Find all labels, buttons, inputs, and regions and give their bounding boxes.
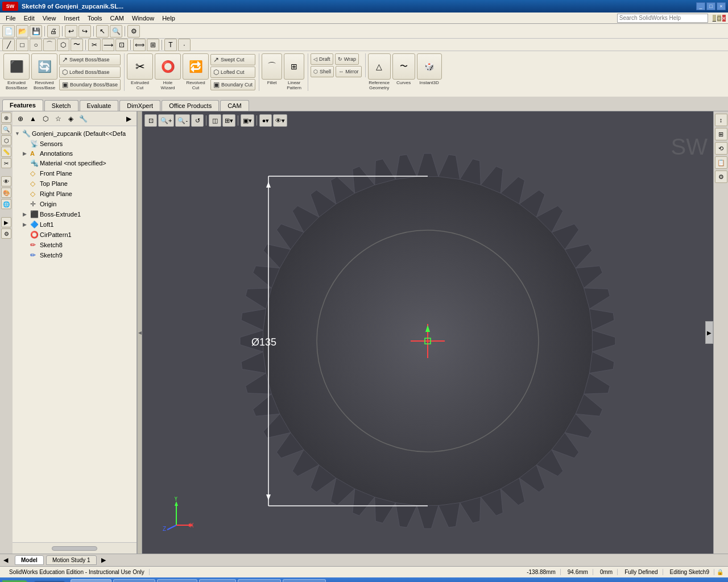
reference-geometry-button[interactable]: △ [368, 53, 391, 80]
relation-tool[interactable]: ⊞ [147, 39, 159, 51]
swept-boss-base-button[interactable]: ↗ Swept Boss/Base [59, 54, 121, 65]
viewport[interactable]: ⊡ 🔍+ 🔍- ↺ ◫ ⊞▾ ▣▾ ●▾ 👁▾ [142, 111, 713, 554]
text-tool[interactable]: T [164, 39, 177, 51]
tree-item-root[interactable]: ▼ 🔧 Gonjeni_zupcanik (Default<<Defa [13, 128, 136, 139]
taskbar-pog20[interactable]: 📄 Pog_20... [283, 579, 326, 582]
menu-insert[interactable]: Insert [60, 14, 83, 23]
menu-view[interactable]: View [39, 14, 60, 23]
collapse-handle[interactable]: ◀ [138, 111, 142, 554]
filter-button[interactable]: ⊕ [1, 113, 11, 123]
tree-item-sketch8[interactable]: ✏ Sketch8 [13, 240, 136, 250]
close-button[interactable]: × [717, 2, 726, 10]
redo-button[interactable]: ↪ [78, 25, 91, 38]
shell-button[interactable]: ⬡ Shell [311, 66, 334, 77]
menu-tools[interactable]: Tools [84, 14, 106, 23]
arc-tool[interactable]: ⌒ [43, 39, 56, 51]
scroll-right[interactable]: ▶ [101, 556, 106, 564]
extruded-cut-button[interactable]: ✂ [127, 53, 153, 80]
sim-button[interactable]: ⚙ [1, 228, 11, 239]
display-style-button[interactable]: ▣▾ [241, 114, 254, 127]
sidebar-history-btn[interactable]: ▲ [27, 113, 39, 124]
sidebar-display-btn[interactable]: ◈ [65, 113, 76, 124]
options-button[interactable]: ⚙ [127, 25, 140, 38]
rp-btn-1[interactable]: ↕ [715, 114, 727, 126]
appearance-button[interactable]: ●▾ [259, 114, 272, 127]
extend-tool[interactable]: ⟶ [102, 39, 114, 51]
curves-button[interactable]: 〜 [392, 53, 415, 80]
select-button[interactable]: ↖ [96, 25, 109, 38]
sidebar-scrollbar[interactable] [13, 542, 136, 554]
sidebar-search-btn[interactable]: ☆ [52, 113, 64, 124]
tree-item-cirpattern1[interactable]: ⭕ CirPattern1 [13, 230, 136, 240]
fillet-button[interactable]: ⌒ [262, 53, 282, 80]
menu-edit[interactable]: Edit [20, 14, 38, 23]
tree-item-right-plane[interactable]: ◇ Right Plane [13, 189, 136, 199]
draft-button[interactable]: ◁ Draft [311, 53, 333, 65]
save-button[interactable]: 💾 [30, 25, 42, 38]
line-tool[interactable]: ╱ [2, 39, 15, 51]
lofted-cut-button[interactable]: ⬡ Lofted Cut [210, 66, 255, 78]
view-orientation-button[interactable]: ⊞▾ [222, 114, 235, 127]
print-button[interactable]: 🖨 [47, 25, 60, 38]
open-button[interactable]: 📂 [16, 25, 28, 38]
tree-item-sensors[interactable]: 📡 Sensors [13, 139, 136, 149]
polygon-tool[interactable]: ⬡ [57, 39, 69, 51]
menu-cam[interactable]: CAM [107, 14, 127, 23]
extruded-boss-base-button[interactable]: ⬛ [3, 53, 30, 80]
section-button[interactable]: ✂ [1, 158, 11, 168]
tree-item-front-plane[interactable]: ◇ Front Plane [13, 168, 136, 178]
circle-tool[interactable]: ○ [30, 39, 42, 51]
tab-model[interactable]: Model [15, 555, 44, 565]
menu-help[interactable]: Help [159, 14, 179, 23]
tree-item-boss-extrude1[interactable]: ▶ ⬛ Boss-Extrude1 [13, 209, 136, 219]
tab-motion-study[interactable]: Motion Study 1 [46, 555, 97, 565]
zoom-to-fit-button[interactable]: ⊡ [144, 114, 157, 127]
tree-item-origin[interactable]: ✛ Origin [13, 199, 136, 209]
rp-btn-2[interactable]: ⊞ [715, 128, 727, 140]
maximize-button[interactable]: □ [706, 2, 715, 10]
rectangle-tool[interactable]: □ [16, 39, 28, 51]
menu-file[interactable]: File [2, 14, 19, 23]
tree-item-top-plane[interactable]: ◇ Top Plane [13, 178, 136, 189]
minimize-button[interactable]: _ [696, 2, 705, 10]
measure-button[interactable]: 📏 [1, 147, 11, 157]
new-button[interactable]: 📄 [2, 25, 15, 38]
spline-tool[interactable]: 〜 [71, 39, 83, 51]
trim-tool[interactable]: ✂ [88, 39, 101, 51]
linear-pattern-button[interactable]: ⊞ [284, 53, 304, 80]
dimension-tool[interactable]: ⟺ [133, 39, 146, 51]
viewport-expand-button[interactable]: ▶ [705, 321, 713, 344]
display-button[interactable]: 👁 [1, 176, 11, 186]
swept-cut-button[interactable]: ↗ Swept Cut [210, 54, 255, 65]
point-tool[interactable]: · [178, 39, 191, 51]
app-minimize[interactable]: _ [713, 15, 716, 22]
lofted-boss-base-button[interactable]: ⬡ Lofted Boss/Base [59, 66, 121, 78]
app-close[interactable]: × [722, 15, 726, 22]
sidebar-filter-btn[interactable]: ⊕ [15, 113, 26, 124]
taskbar-hacnoe[interactable]: 🌐 Hacnoe... [238, 579, 281, 582]
tab-cam[interactable]: CAM [220, 100, 249, 111]
tree-item-annotations[interactable]: ▶ A Annotations [13, 149, 136, 158]
scroll-left[interactable]: ◀ [3, 556, 8, 564]
rotate-button[interactable]: ↺ [191, 114, 204, 127]
revolved-boss-base-button[interactable]: 🔄 [31, 53, 57, 80]
tab-office-products[interactable]: Office Products [162, 100, 219, 111]
tab-dimxpert[interactable]: DimXpert [119, 100, 160, 111]
boundary-boss-base-button[interactable]: ▣ Boundary Boss/Base [59, 79, 121, 90]
undo-button[interactable]: ↩ [65, 25, 77, 38]
tree-item-sketch9[interactable]: ✏ Sketch9 [13, 250, 136, 260]
wrap-button[interactable]: ↻ Wrap [335, 53, 359, 65]
revolved-cut-button[interactable]: 🔁 [183, 53, 209, 80]
zoom-button[interactable]: 🔍 [110, 25, 122, 38]
sidebar-config-btn[interactable]: 🔧 [77, 113, 89, 124]
zoom-in-button[interactable]: 🔍+ [158, 114, 174, 127]
menu-window[interactable]: Window [129, 14, 158, 23]
tab-sketch[interactable]: Sketch [44, 100, 78, 111]
section-view-button[interactable]: ◫ [209, 114, 221, 127]
tree-item-loft1[interactable]: ▶ 🔷 Loft1 [13, 219, 136, 230]
zoom-out-button[interactable]: 🔍- [175, 114, 190, 127]
search-input[interactable] [617, 14, 708, 23]
instant3d-button[interactable]: 🎲 [417, 53, 442, 80]
rp-btn-3[interactable]: ⟲ [715, 142, 727, 155]
appearances-button[interactable]: 🎨 [1, 188, 11, 198]
